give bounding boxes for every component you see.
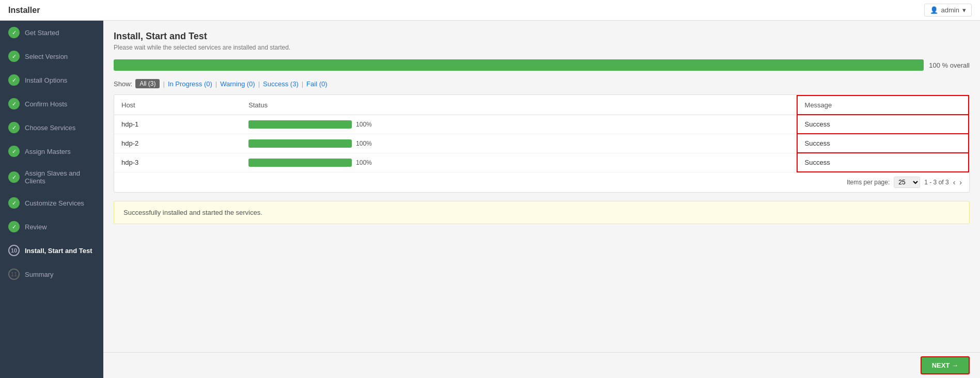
pagination-row: Items per page: 25 50 100 1 - 3 of 3 ‹ › (114, 172, 969, 192)
col-message: Message (797, 96, 969, 115)
status-cell: 100% (241, 134, 797, 153)
step-icon-customize-services: ✓ (8, 197, 20, 209)
app-title: Installer (8, 6, 40, 15)
row-pct: 100% (356, 121, 372, 128)
sidebar-item-review[interactable]: ✓Review (0, 215, 103, 239)
sidebar-item-label-customize-services: Customize Services (25, 199, 84, 207)
sidebar: ✓Get Started✓Select Version✓Install Opti… (0, 21, 103, 378)
row-bar-fill (248, 159, 352, 167)
sidebar-item-label-get-started: Get Started (25, 29, 59, 37)
overall-label: 100 % overall (929, 61, 970, 69)
hosts-table-container: Host Status Message hdp-1100%Successhdp-… (114, 94, 970, 193)
filter-fail-link[interactable]: Fail (0) (306, 80, 327, 88)
sep1: | (163, 80, 164, 88)
table-row: hdp-2100%Success (114, 134, 969, 153)
row-bar-fill (248, 120, 352, 129)
sidebar-item-summary[interactable]: 11Summary (0, 262, 103, 286)
sidebar-item-select-version[interactable]: ✓Select Version (0, 44, 103, 68)
sidebar-item-label-assign-slaves: Assign Slaves and Clients (25, 169, 95, 185)
sep3: | (258, 80, 260, 88)
step-icon-select-version: ✓ (8, 51, 20, 62)
row-pct: 100% (356, 140, 372, 147)
col-host: Host (114, 96, 241, 115)
user-label: admin (941, 6, 959, 14)
step-icon-assign-slaves: ✓ (8, 171, 20, 183)
sidebar-item-assign-slaves[interactable]: ✓Assign Slaves and Clients (0, 163, 103, 191)
row-bar-fill (248, 139, 352, 148)
sidebar-item-assign-masters[interactable]: ✓Assign Masters (0, 139, 103, 163)
hosts-table: Host Status Message hdp-1100%Successhdp-… (114, 95, 969, 172)
filter-warning-link[interactable]: Warning (0) (220, 80, 255, 88)
user-icon: 👤 (930, 6, 938, 14)
filter-success-link[interactable]: Success (3) (263, 80, 299, 88)
row-bar-container (248, 120, 352, 129)
next-button[interactable]: NEXT → (921, 356, 970, 374)
page-subtitle: Please wait while the selected services … (114, 44, 970, 51)
sep4: | (302, 80, 303, 88)
success-banner: Successfully installed and started the s… (114, 201, 970, 224)
row-bar-container (248, 159, 352, 167)
filter-bar: Show: All (3) | In Progress (0) | Warnin… (114, 79, 970, 88)
chevron-down-icon: ▾ (962, 6, 966, 14)
sidebar-item-install-start-test[interactable]: 10Install, Start and Test (0, 239, 103, 262)
step-icon-install-start-test: 10 (8, 245, 20, 256)
bottom-bar: NEXT → (103, 352, 980, 378)
topbar: Installer 👤 admin ▾ (0, 0, 980, 21)
show-label: Show: (114, 80, 132, 88)
sidebar-item-label-review: Review (25, 223, 47, 231)
overall-progress-bar (114, 59, 924, 71)
page-title: Install, Start and Test (114, 31, 970, 42)
host-cell: hdp-1 (114, 115, 241, 134)
sidebar-item-get-started[interactable]: ✓Get Started (0, 21, 103, 44)
status-cell: 100% (241, 115, 797, 134)
page-range: 1 - 3 of 3 (924, 179, 948, 186)
sidebar-item-confirm-hosts[interactable]: ✓Confirm Hosts (0, 92, 103, 116)
message-cell: Success (797, 134, 969, 153)
sidebar-item-label-confirm-hosts: Confirm Hosts (25, 100, 67, 108)
sidebar-item-label-install-options: Install Options (25, 76, 67, 84)
success-text: Successfully installed and started the s… (123, 209, 262, 216)
sidebar-item-customize-services[interactable]: ✓Customize Services (0, 191, 103, 215)
row-pct: 100% (356, 159, 372, 166)
message-cell: Success (797, 115, 969, 134)
step-icon-install-options: ✓ (8, 74, 20, 86)
next-page-button[interactable]: › (959, 178, 962, 186)
step-icon-confirm-hosts: ✓ (8, 98, 20, 109)
sidebar-item-label-summary: Summary (25, 271, 54, 278)
sidebar-item-label-install-start-test: Install, Start and Test (25, 247, 92, 255)
overall-progress-row: 100 % overall (114, 59, 970, 71)
layout: ✓Get Started✓Select Version✓Install Opti… (0, 21, 980, 378)
host-cell: hdp-3 (114, 153, 241, 172)
row-bar-container (248, 139, 352, 148)
items-per-page-label: Items per page: (847, 179, 890, 186)
sep2: | (215, 80, 217, 88)
main-content: Install, Start and Test Please wait whil… (103, 21, 980, 378)
step-icon-assign-masters: ✓ (8, 146, 20, 157)
sidebar-item-install-options[interactable]: ✓Install Options (0, 68, 103, 92)
status-cell: 100% (241, 153, 797, 172)
col-status: Status (241, 96, 797, 115)
sidebar-item-label-assign-masters: Assign Masters (25, 148, 71, 155)
step-icon-choose-services: ✓ (8, 122, 20, 133)
user-menu[interactable]: 👤 admin ▾ (924, 4, 972, 17)
table-row: hdp-1100%Success (114, 115, 969, 134)
sidebar-item-choose-services[interactable]: ✓Choose Services (0, 116, 103, 139)
filter-inprogress-link[interactable]: In Progress (0) (168, 80, 212, 88)
filter-all-button[interactable]: All (3) (135, 79, 160, 88)
sidebar-item-label-choose-services: Choose Services (25, 124, 75, 132)
prev-page-button[interactable]: ‹ (953, 178, 956, 186)
step-icon-summary: 11 (8, 269, 20, 280)
items-per-page-select[interactable]: 25 50 100 (894, 177, 920, 188)
host-cell: hdp-2 (114, 134, 241, 153)
step-icon-get-started: ✓ (8, 27, 20, 38)
step-icon-review: ✓ (8, 221, 20, 232)
overall-progress-fill (114, 59, 924, 71)
table-row: hdp-3100%Success (114, 153, 969, 172)
message-cell: Success (797, 153, 969, 172)
sidebar-item-label-select-version: Select Version (25, 53, 68, 60)
